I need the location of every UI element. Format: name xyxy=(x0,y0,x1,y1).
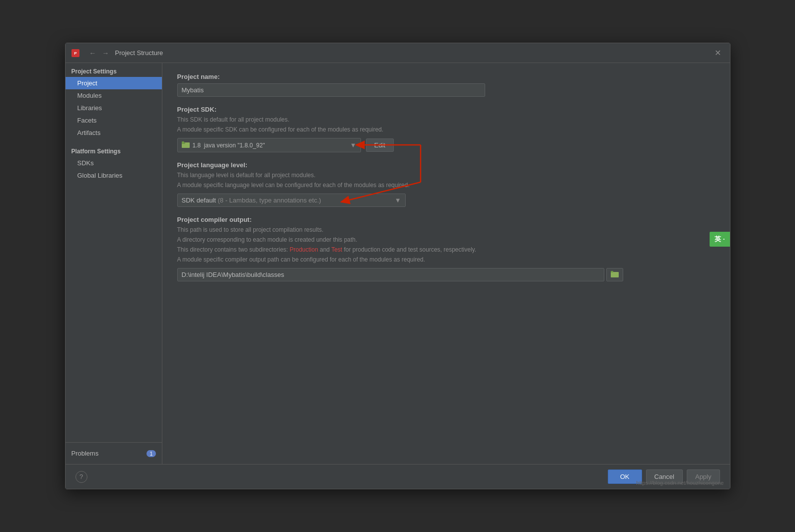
footer-url: https://blog.csdn.net/houzhicongone xyxy=(636,480,723,486)
platform-settings-section-label: Platform Settings xyxy=(66,143,162,157)
sidebar: Project Settings Project Modules Librari… xyxy=(66,63,162,464)
output-path-input[interactable] xyxy=(177,268,604,281)
sidebar-item-global-libraries[interactable]: Global Libraries xyxy=(66,169,162,182)
sdk-value: 1.8 java version "1.8.0_92" xyxy=(193,142,265,149)
translate-button[interactable]: 英 · xyxy=(710,232,729,247)
compiler-output-desc2: A directory corresponding to each module… xyxy=(177,235,715,244)
close-button[interactable]: ✕ xyxy=(712,47,724,59)
language-level-select[interactable]: SDK default (8 - Lambdas, type annotatio… xyxy=(177,194,406,207)
project-sdk-desc2: A module specific SDK can be configured … xyxy=(177,125,715,134)
title-bar-left: P ← → Project Structure xyxy=(72,48,163,58)
svg-rect-5 xyxy=(611,272,619,277)
project-name-input[interactable] xyxy=(177,83,485,97)
sidebar-item-facets[interactable]: Facets xyxy=(66,114,162,127)
project-settings-section-label: Project Settings xyxy=(66,63,162,77)
folder-icon xyxy=(611,270,619,277)
project-structure-dialog: P ← → Project Structure ✕ Project Settin… xyxy=(65,43,730,489)
project-lang-desc2: A module specific language level can be … xyxy=(177,181,715,190)
title-bar: P ← → Project Structure ✕ xyxy=(66,43,730,63)
output-path-row xyxy=(177,268,715,281)
sidebar-item-artifacts[interactable]: Artifacts xyxy=(66,127,162,139)
svg-text:P: P xyxy=(74,51,77,56)
dialog-footer: ? OK Cancel Apply xyxy=(66,464,730,489)
sdk-select[interactable]: 1.8 java version "1.8.0_92" ▼ xyxy=(177,138,361,152)
project-sdk-desc1: This SDK is default for all project modu… xyxy=(177,115,715,124)
sdk-dropdown-arrow-icon: ▼ xyxy=(350,141,357,149)
problems-label: Problems xyxy=(72,450,99,457)
lang-value-detail: (8 - Lambdas, type annotations etc.) xyxy=(218,197,321,204)
project-lang-desc1: This language level is default for all p… xyxy=(177,171,715,180)
edit-btn-label: Edit xyxy=(374,141,385,149)
dialog-body: Project Settings Project Modules Librari… xyxy=(66,63,730,464)
sidebar-item-modules[interactable]: Modules xyxy=(66,89,162,102)
project-sdk-label: Project SDK: xyxy=(177,106,715,113)
edit-sdk-button[interactable]: Edit xyxy=(366,138,394,152)
sdk-folder-icon xyxy=(182,141,190,149)
app-icon: P xyxy=(72,49,79,57)
sidebar-item-project[interactable]: Project xyxy=(66,77,162,89)
sdk-row: 1.8 java version "1.8.0_92" ▼ Edit xyxy=(177,138,715,152)
back-button[interactable]: ← xyxy=(87,48,98,58)
sidebar-item-sdks[interactable]: SDKs xyxy=(66,157,162,169)
compiler-output-label: Project compiler output: xyxy=(177,216,715,223)
production-highlight: Production xyxy=(289,246,318,253)
compiler-output-desc3: This directory contains two subdirectori… xyxy=(177,245,715,254)
lang-dropdown-arrow-icon: ▼ xyxy=(395,197,401,204)
project-name-label: Project name: xyxy=(177,73,715,80)
help-button[interactable]: ? xyxy=(75,471,87,483)
sidebar-item-libraries[interactable]: Libraries xyxy=(66,102,162,114)
compiler-output-desc4: A module specific compiler output path c… xyxy=(177,255,715,264)
browse-folder-button[interactable] xyxy=(606,268,623,281)
lang-value: SDK default (8 - Lambdas, type annotatio… xyxy=(182,197,321,204)
dialog-title: Project Structure xyxy=(115,49,163,57)
test-highlight: Test xyxy=(331,246,342,253)
main-content: Project name: Project SDK: This SDK is d… xyxy=(162,63,730,464)
problems-badge: 1 xyxy=(146,450,155,457)
sidebar-problems[interactable]: Problems 1 xyxy=(66,447,162,460)
project-lang-label: Project language level: xyxy=(177,161,715,169)
forward-button[interactable]: → xyxy=(100,48,111,58)
svg-rect-6 xyxy=(611,271,613,272)
compiler-output-desc1: This path is used to store all project c… xyxy=(177,225,715,234)
title-bar-nav: ← → xyxy=(87,48,111,58)
svg-rect-4 xyxy=(182,141,184,143)
sidebar-bottom: Problems 1 xyxy=(66,442,162,464)
